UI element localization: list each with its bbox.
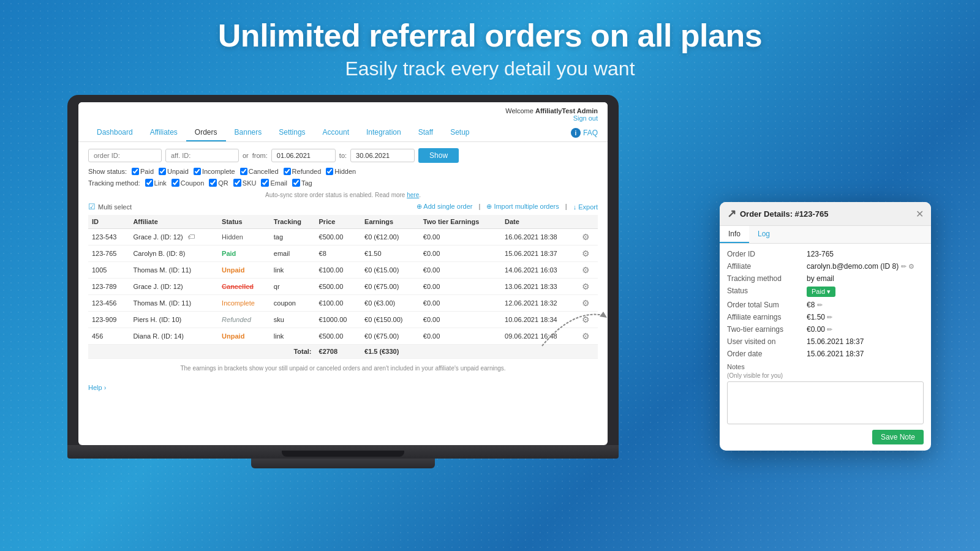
order-id: 456 <box>88 328 129 345</box>
status-refunded-checkbox[interactable]: Refunded <box>284 168 322 175</box>
affiliate-earnings-edit-icon[interactable]: ✏ <box>827 313 832 321</box>
order-gear[interactable]: ⚙ <box>578 312 598 328</box>
order-id: 1005 <box>88 262 129 279</box>
show-button[interactable]: Show <box>418 148 459 163</box>
table-row: 123-789 Grace J. (ID: 12) Cancelled qr €… <box>88 279 598 295</box>
welcome-user: AffiliatlyTest Admin <box>535 107 598 114</box>
order-price: €500.00 <box>315 229 361 246</box>
add-single-order-btn[interactable]: ⊕ Add single order <box>417 203 473 211</box>
order-gear[interactable]: ⚙ <box>578 279 598 295</box>
order-date: 10.06.2021 18:34 <box>501 312 578 328</box>
order-status: Unpaid <box>218 328 270 345</box>
faq-link[interactable]: i FAQ <box>571 128 598 138</box>
or-label: or <box>243 152 249 159</box>
field-tracking-method: Tracking method by email <box>727 274 924 283</box>
order-two-tier: €0.00 <box>420 279 501 295</box>
order-gear[interactable]: ⚙ <box>578 229 598 246</box>
track-link-checkbox[interactable]: Link <box>145 179 167 187</box>
nav-orders[interactable]: Orders <box>186 124 226 141</box>
order-id-input[interactable] <box>88 149 162 162</box>
affiliate-edit-icon[interactable]: ✏ <box>901 263 907 270</box>
field-order-date: Order date 15.06.2021 18:37 <box>727 350 924 358</box>
track-coupon-checkbox[interactable]: Coupon <box>172 179 205 187</box>
order-tracking: coupon <box>270 295 315 312</box>
affiliate-value: carolyn.b@demo.com (ID 8) ✏ ⚙ <box>807 262 924 271</box>
order-status: Unpaid <box>218 262 270 279</box>
app-header: Welcome AffiliatlyTest Admin Sign out Da… <box>78 102 608 142</box>
status-cancelled-checkbox[interactable]: Cancelled <box>240 168 279 175</box>
nav-affiliates[interactable]: Affiliates <box>141 124 186 141</box>
from-date-input[interactable] <box>271 149 336 162</box>
tab-info[interactable]: Info <box>720 226 749 243</box>
to-date-input[interactable] <box>350 149 415 162</box>
order-id: 123-909 <box>88 312 129 328</box>
order-status: Refunded <box>218 312 270 328</box>
track-email-checkbox[interactable]: Email <box>261 179 287 187</box>
nav-staff[interactable]: Staff <box>410 124 442 141</box>
user-visited-value: 15.06.2021 18:37 <box>807 337 924 346</box>
track-sku-checkbox[interactable]: SKU <box>233 179 257 187</box>
nav-banners[interactable]: Banners <box>226 124 271 141</box>
multi-select-btn[interactable]: ☑ Multi select <box>88 202 132 211</box>
track-tag-checkbox[interactable]: Tag <box>292 179 312 187</box>
autosync-notice: Auto-sync store order status is enabled.… <box>88 192 598 198</box>
faq-label: FAQ <box>583 129 598 137</box>
panel-close-btn[interactable]: ✕ <box>916 208 924 220</box>
table-row: 123-543 Grace J. (ID: 12) 🏷 Hidden tag €… <box>88 229 598 246</box>
two-tier-edit-icon[interactable]: ✏ <box>827 326 832 333</box>
field-affiliate: Affiliate carolyn.b@demo.com (ID 8) ✏ ⚙ <box>727 262 924 271</box>
help-link[interactable]: Help › <box>88 384 598 391</box>
nav-setup[interactable]: Setup <box>442 124 478 141</box>
faq-icon: i <box>571 128 581 138</box>
notes-label: Notes <box>727 363 924 370</box>
field-status: Status Paid ▾ <box>727 287 924 297</box>
order-date: 16.06.2021 18:38 <box>501 229 578 246</box>
main-nav: Dashboard Affiliates Orders Banners Sett… <box>88 124 598 141</box>
from-label: from: <box>252 152 268 159</box>
nav-settings[interactable]: Settings <box>270 124 314 141</box>
table-row: 456 Diana R. (ID: 14) Unpaid link €500.0… <box>88 328 598 345</box>
status-incomplete-checkbox[interactable]: Incomplete <box>194 168 235 175</box>
order-gear[interactable]: ⚙ <box>578 262 598 279</box>
order-id-value: 123-765 <box>807 250 924 258</box>
order-total-edit-icon[interactable]: ✏ <box>817 301 823 309</box>
track-qr-checkbox[interactable]: QR <box>209 179 228 187</box>
status-unpaid-checkbox[interactable]: Unpaid <box>159 168 189 175</box>
order-price: €1000.00 <box>315 312 361 328</box>
order-gear[interactable]: ⚙ <box>578 246 598 262</box>
save-note-button[interactable]: Save Note <box>872 430 924 444</box>
status-value: Paid ▾ <box>807 287 924 297</box>
nav-account[interactable]: Account <box>314 124 358 141</box>
nav-integration[interactable]: Integration <box>358 124 410 141</box>
affiliate-label: Affiliate <box>727 262 807 271</box>
status-paid-checkbox[interactable]: Paid <box>132 168 154 175</box>
status-badge[interactable]: Paid ▾ <box>807 287 835 297</box>
order-gear[interactable]: ⚙ <box>578 295 598 312</box>
hero-title: Unlimited referral orders on all plans <box>0 0 980 54</box>
import-multiple-btn[interactable]: ⊕ Import multiple orders <box>486 203 559 211</box>
tracking-method-label: Tracking method <box>727 274 807 283</box>
tab-log[interactable]: Log <box>749 226 778 243</box>
table-header-row: ID Affiliate Status Tracking Price Earni… <box>88 215 598 229</box>
tag-icon: 🏷 <box>187 233 195 241</box>
order-price: €8 <box>315 246 361 262</box>
export-btn[interactable]: ↓ Export <box>573 203 598 211</box>
status-hidden-checkbox[interactable]: Hidden <box>326 168 356 175</box>
nav-dashboard[interactable]: Dashboard <box>88 124 141 141</box>
app-body: or from: to: Show Show status: Paid Unpa… <box>78 142 608 380</box>
order-tracking: tag <box>270 229 315 246</box>
status-filter-row: Show status: Paid Unpaid Incomplete Canc… <box>88 168 598 175</box>
notes-textarea[interactable] <box>727 381 924 424</box>
order-price: €500.00 <box>315 328 361 345</box>
autosync-link[interactable]: here <box>407 192 419 198</box>
multi-select-label: Multi select <box>98 203 132 211</box>
order-gear[interactable]: ⚙ <box>578 328 598 345</box>
order-two-tier: €0.00 <box>420 328 501 345</box>
order-tracking: sku <box>270 312 315 328</box>
aff-id-input[interactable] <box>165 149 239 162</box>
table-row: 123-909 Piers H. (ID: 10) Refunded sku €… <box>88 312 598 328</box>
signout-link[interactable]: Sign out <box>573 114 598 122</box>
col-price: Price <box>315 215 361 229</box>
table-note: The earnings in brackets show your still… <box>88 362 598 374</box>
affiliate-gear-icon[interactable]: ⚙ <box>908 263 914 270</box>
